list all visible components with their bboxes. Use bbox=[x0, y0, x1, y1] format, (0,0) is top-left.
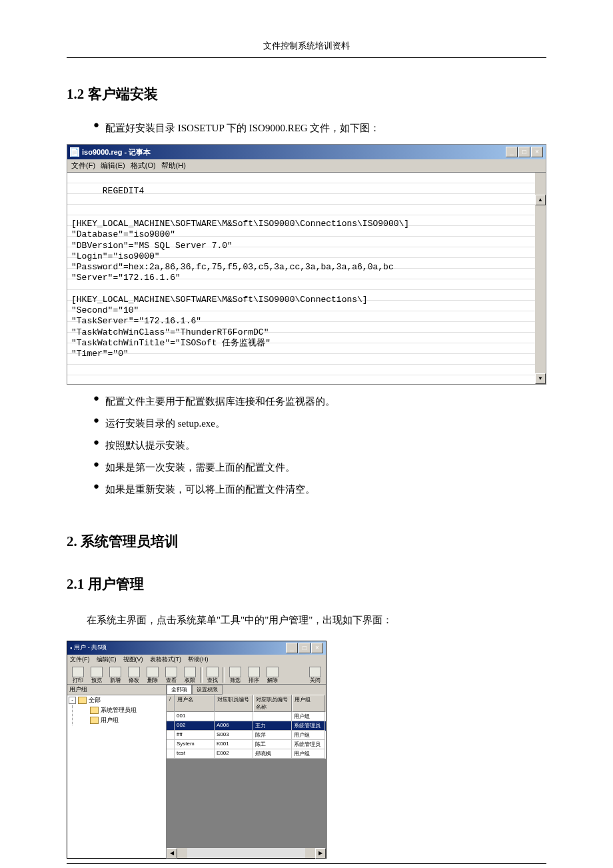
scroll-right-icon[interactable]: ▶ bbox=[315, 848, 326, 859]
table-cell: 系统管理员 bbox=[292, 740, 325, 749]
menu-item[interactable]: 表格格式(T) bbox=[150, 656, 182, 663]
toolbar-删除[interactable]: 删除 bbox=[143, 666, 162, 684]
heading-1-2: 1.2 客户端安装 bbox=[67, 85, 546, 103]
toolbar-label: 查找 bbox=[207, 678, 218, 683]
usermgr-grid: 全部项设置权限 /用户名对应职员编号对应职员编号名称用户组 001用户组002A… bbox=[167, 685, 326, 858]
usermgr-tree[interactable]: 用户组 - 全部 系统管理员组用户组 bbox=[67, 685, 167, 858]
table-cell bbox=[167, 731, 175, 740]
column-header[interactable]: 对应职员编号名称 bbox=[253, 695, 292, 712]
bullet-text: 配置好安装目录 ISOSETUP 下的 ISO9000.REG 文件，如下图： bbox=[105, 119, 380, 137]
scroll-left-icon[interactable]: ◀ bbox=[167, 848, 177, 859]
grid-hscroll[interactable]: ◀ ▶ bbox=[167, 848, 326, 858]
minimize-button[interactable]: _ bbox=[506, 147, 518, 157]
toolbar-解除[interactable]: 解除 bbox=[263, 666, 282, 684]
grid-header: /用户名对应职员编号对应职员编号名称用户组 bbox=[167, 695, 326, 712]
toolbar-icon bbox=[309, 667, 321, 677]
table-cell: 002 bbox=[175, 721, 215, 731]
scroll-up-icon[interactable]: ▲ bbox=[535, 195, 546, 205]
collapse-icon[interactable]: - bbox=[69, 697, 76, 704]
scroll-down-icon[interactable]: ▼ bbox=[535, 373, 546, 384]
table-row[interactable]: 002A006王力系统管理员 bbox=[167, 721, 326, 731]
toolbar-icon bbox=[267, 667, 279, 677]
bullet-dot-icon: ● bbox=[93, 415, 105, 433]
toolbar-icon bbox=[165, 667, 177, 677]
bullet-dot-icon: ● bbox=[93, 481, 105, 499]
bullet-text: 按照默认提示安装。 bbox=[105, 437, 195, 455]
close-button[interactable]: × bbox=[531, 147, 543, 157]
toolbar-权限[interactable]: 权限 bbox=[181, 666, 199, 684]
notepad-content: REGEDIT4 [HKEY_LOCAL_MACHINE\SOFTWARE\M&… bbox=[71, 186, 409, 359]
toolbar-修改[interactable]: 修改 bbox=[125, 666, 143, 684]
close-button[interactable]: × bbox=[311, 643, 323, 653]
toolbar-预览[interactable]: 预览 bbox=[87, 666, 106, 684]
menu-item[interactable]: 文件(F) bbox=[70, 656, 90, 663]
menu-item[interactable]: 文件(F) bbox=[71, 161, 95, 169]
table-cell: 陈工 bbox=[253, 740, 292, 749]
toolbar-查找[interactable]: 查找 bbox=[203, 666, 222, 684]
table-row[interactable]: 001用户组 bbox=[167, 712, 326, 721]
maximize-button[interactable]: □ bbox=[518, 147, 530, 157]
heading-2-1: 2.1 用户管理 bbox=[67, 575, 546, 593]
bullet-text: 配置文件主要用于配置数据库连接和任务监视器的。 bbox=[105, 393, 335, 411]
table-cell: ffff bbox=[175, 731, 215, 740]
table-cell: K001 bbox=[215, 740, 253, 749]
toolbar-筛选[interactable]: 筛选 bbox=[226, 666, 245, 684]
menu-item[interactable]: 编辑(E) bbox=[97, 656, 117, 663]
grid-tab[interactable]: 全部项 bbox=[167, 685, 192, 695]
table-cell: 用户组 bbox=[292, 731, 325, 740]
menu-item[interactable]: 编辑(E) bbox=[101, 161, 125, 169]
table-cell bbox=[167, 712, 175, 721]
column-header[interactable]: 用户名 bbox=[175, 695, 215, 712]
table-row[interactable]: testE002郑晓枫用户组 bbox=[167, 749, 326, 759]
grid-tab[interactable]: 设置权限 bbox=[192, 685, 223, 695]
table-row[interactable]: ffffS003陈萍用户组 bbox=[167, 731, 326, 740]
toolbar-icon bbox=[128, 667, 140, 677]
toolbar-label: 权限 bbox=[185, 678, 195, 683]
toolbar-label: 关闭 bbox=[310, 678, 320, 683]
usermgr-menubar[interactable]: 文件(F)编辑(E)视图(V)表格格式(T)帮助(H) bbox=[67, 655, 326, 665]
toolbar-查看[interactable]: 查看 bbox=[162, 666, 181, 684]
tree-item[interactable]: 系统管理员组 bbox=[89, 705, 166, 715]
tree-item[interactable]: 用户组 bbox=[89, 715, 166, 725]
toolbar-新增[interactable]: 新增 bbox=[106, 666, 125, 684]
tree-header: 用户组 bbox=[67, 685, 166, 695]
table-cell: 郑晓枫 bbox=[253, 749, 292, 759]
menu-item[interactable]: 帮助(H) bbox=[161, 161, 186, 169]
bullet-item: ●配置好安装目录 ISOSETUP 下的 ISO9000.REG 文件，如下图： bbox=[93, 119, 546, 137]
toolbar-icon bbox=[72, 667, 84, 677]
menu-item[interactable]: 视图(V) bbox=[123, 656, 143, 663]
column-header[interactable]: / bbox=[167, 695, 175, 712]
table-cell bbox=[253, 712, 292, 721]
table-row[interactable]: SystemK001陈工系统管理员 bbox=[167, 740, 326, 749]
bullet-dot-icon: ● bbox=[93, 393, 105, 411]
bullet-text: 如果是第一次安装，需要上面的配置文件。 bbox=[105, 459, 295, 477]
menu-item[interactable]: 格式(O) bbox=[131, 161, 156, 169]
table-cell bbox=[167, 721, 175, 731]
menu-item[interactable]: 帮助(H) bbox=[188, 656, 209, 663]
table-cell: 用户组 bbox=[292, 749, 325, 759]
toolbar-排序[interactable]: 排序 bbox=[245, 666, 263, 684]
table-cell: 王力 bbox=[253, 721, 292, 731]
bullet-item: ●如果是第一次安装，需要上面的配置文件。 bbox=[93, 459, 546, 477]
notepad-editor: REGEDIT4 [HKEY_LOCAL_MACHINE\SOFTWARE\M&… bbox=[67, 173, 546, 384]
minimize-button[interactable]: _ bbox=[286, 643, 298, 653]
tree-root[interactable]: - 全部 bbox=[67, 695, 166, 705]
maximize-button[interactable]: □ bbox=[299, 643, 310, 653]
tree-root-label: 全部 bbox=[89, 696, 101, 705]
folder-icon bbox=[90, 717, 99, 724]
bullet-dot-icon: ● bbox=[93, 437, 105, 455]
toolbar-关闭[interactable]: 关闭 bbox=[306, 666, 324, 684]
toolbar-label: 新增 bbox=[110, 678, 121, 683]
toolbar-打印[interactable]: 打印 bbox=[69, 666, 87, 684]
bullet-dot-icon: ● bbox=[93, 459, 105, 477]
notepad-icon: 📄 bbox=[70, 147, 79, 157]
column-header[interactable]: 用户组 bbox=[292, 695, 325, 712]
toolbar-label: 预览 bbox=[91, 678, 102, 683]
notepad-scrollbar[interactable]: ▲ ▼ bbox=[535, 173, 546, 384]
column-header[interactable]: 对应职员编号 bbox=[215, 695, 253, 712]
bullet-item: ●如果是重新安装，可以将上面的配置文件清空。 bbox=[93, 481, 546, 499]
folder-icon bbox=[90, 707, 99, 714]
page-footer: 深圳市安硕德软件有限公司 5/18 bbox=[67, 863, 546, 868]
notepad-title: iso9000.reg - 记事本 bbox=[82, 147, 506, 157]
notepad-menubar[interactable]: 文件(F)编辑(E)格式(O)帮助(H) bbox=[67, 159, 546, 173]
